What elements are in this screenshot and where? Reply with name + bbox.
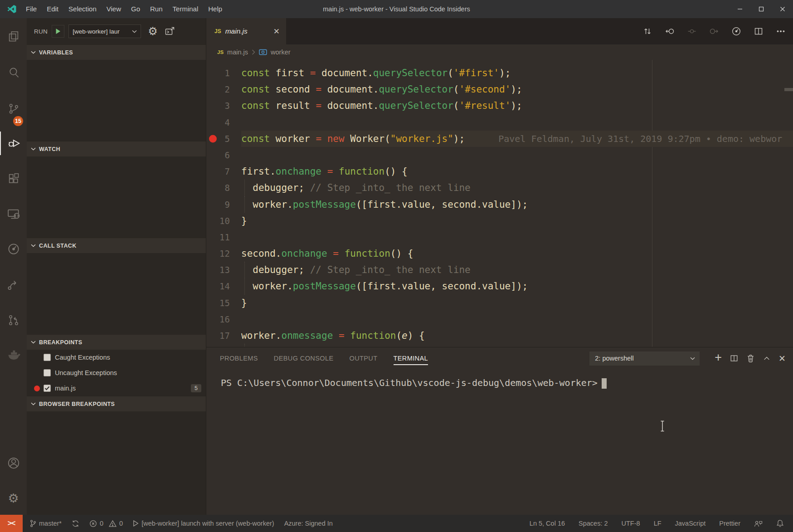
breakpoint-item[interactable]: Caught Exceptions	[27, 350, 206, 365]
terminal-select[interactable]: 2: powershell	[589, 351, 700, 366]
status-item-javascript[interactable]: JavaScript	[675, 520, 706, 527]
debug-settings-gear-icon[interactable]: ⚙	[148, 25, 158, 38]
menu-help[interactable]: Help	[203, 0, 227, 18]
section-call-stack[interactable]: CALL STACK	[27, 238, 206, 253]
debug-console-icon[interactable]	[165, 26, 175, 37]
line-gutter[interactable]: 9	[206, 196, 241, 213]
menu-selection[interactable]: Selection	[63, 0, 102, 18]
menu-edit[interactable]: Edit	[42, 0, 63, 18]
new-terminal-icon[interactable]: +	[715, 351, 722, 364]
menu-view[interactable]: View	[102, 0, 126, 18]
line-gutter[interactable]: 2	[206, 81, 241, 98]
test-timeline-icon[interactable]	[0, 237, 27, 261]
settings-gear-icon[interactable]: ⚙	[0, 487, 27, 510]
explorer-icon[interactable]	[0, 24, 27, 48]
bell-icon[interactable]	[776, 519, 784, 527]
panel-tab-output[interactable]: OUTPUT	[349, 347, 377, 369]
branch-status[interactable]: master*	[30, 520, 62, 527]
remote-indicator[interactable]: ><	[0, 515, 23, 532]
line-gutter[interactable]: 3	[206, 98, 241, 114]
line-gutter[interactable]: 1	[206, 65, 241, 81]
line-gutter[interactable]: 13	[206, 262, 241, 278]
launch-status[interactable]: [web-worker] launch with server (web-wor…	[133, 520, 274, 527]
line-content[interactable]: }	[241, 213, 793, 229]
feedback-icon[interactable]	[754, 520, 763, 527]
close-panel-icon[interactable]: ✕	[778, 353, 786, 364]
line-gutter[interactable]: 18	[206, 344, 241, 347]
line-gutter[interactable]: 12	[206, 245, 241, 262]
problems-status[interactable]: 0 0	[89, 520, 123, 527]
split-terminal-icon[interactable]	[730, 354, 739, 363]
launch-config-dropdown[interactable]: [web-worker] laur	[68, 24, 141, 38]
line-gutter[interactable]: 4	[206, 114, 241, 131]
menu-file[interactable]: File	[21, 0, 42, 18]
line-content[interactable]: const second = document.querySelector('#…	[241, 81, 793, 98]
breakpoint-item[interactable]: Uncaught Exceptions	[27, 365, 206, 381]
menu-terminal[interactable]: Terminal	[168, 0, 204, 18]
open-changes-icon[interactable]	[642, 26, 652, 36]
panel-tab-problems[interactable]: PROBLEMS	[220, 347, 258, 369]
line-content[interactable]: const worker = new Worker("worker.js");P…	[241, 131, 793, 147]
status-item-lf[interactable]: LF	[654, 520, 662, 527]
breakpoint-checkbox[interactable]	[44, 385, 51, 392]
profile-timer-icon[interactable]	[731, 26, 741, 36]
tab-main-js[interactable]: JS main.js ✕	[206, 18, 286, 44]
status-item-ln-5-col-16[interactable]: Ln 5, Col 16	[530, 520, 565, 527]
accounts-icon[interactable]	[0, 451, 27, 475]
code-editor[interactable]: 1const first = document.querySelector('#…	[206, 60, 793, 347]
close-tab-icon[interactable]: ✕	[273, 27, 280, 36]
remote-explorer-icon[interactable]	[0, 202, 27, 226]
line-gutter[interactable]: 6	[206, 147, 241, 163]
extensions-icon[interactable]	[0, 167, 27, 190]
more-actions-icon[interactable]	[776, 26, 786, 36]
azure-status[interactable]: Azure: Signed In	[284, 520, 333, 527]
minimize-button[interactable]	[729, 0, 750, 18]
start-debug-button[interactable]	[52, 25, 64, 38]
close-window-button[interactable]	[772, 0, 793, 18]
line-content[interactable]: const result = document.querySelector('#…	[241, 98, 793, 114]
line-gutter[interactable]: 16	[206, 311, 241, 327]
maximize-panel-icon[interactable]	[763, 354, 771, 362]
line-content[interactable]: worker.postMessage([first.value, second.…	[241, 278, 793, 294]
panel-tab-debug-console[interactable]: DEBUG CONSOLE	[274, 347, 334, 369]
sync-status[interactable]	[72, 520, 79, 527]
line-content[interactable]: first.onchange = function() {	[241, 163, 793, 180]
status-item-spaces-2[interactable]: Spaces: 2	[579, 520, 608, 527]
line-content[interactable]: result.textContent = e.data;	[241, 344, 793, 347]
line-content[interactable]: debugger; // Step _into_ the next line	[241, 180, 793, 196]
line-content[interactable]	[241, 114, 793, 131]
maximize-button[interactable]	[750, 0, 772, 18]
breakpoint-dot-icon[interactable]	[209, 135, 217, 142]
line-content[interactable]	[241, 311, 793, 327]
kill-terminal-icon[interactable]	[746, 354, 755, 363]
line-gutter[interactable]: 15	[206, 295, 241, 311]
line-content[interactable]	[241, 229, 793, 245]
line-gutter[interactable]: 14	[206, 278, 241, 294]
section-watch[interactable]: WATCH	[27, 141, 206, 156]
line-content[interactable]: worker.onmessage = function(e) {	[241, 327, 793, 344]
section-browser-breakpoints[interactable]: BROWSER BREAKPOINTS	[27, 396, 206, 411]
live-share-icon[interactable]	[0, 273, 27, 296]
line-gutter[interactable]: 8	[206, 180, 241, 196]
panel-tab-terminal[interactable]: TERMINAL	[394, 347, 428, 369]
line-content[interactable]: }	[241, 295, 793, 311]
breakpoint-item[interactable]: main.js5	[27, 381, 206, 396]
step-back-icon[interactable]	[665, 26, 675, 36]
line-gutter[interactable]: 5	[206, 131, 241, 147]
breakpoint-checkbox[interactable]	[44, 354, 51, 361]
section-breakpoints[interactable]: BREAKPOINTS	[27, 334, 206, 350]
pull-request-icon[interactable]	[0, 308, 27, 332]
source-control-icon[interactable]	[0, 97, 27, 121]
breadcrumb-symbol[interactable]: worker	[271, 49, 291, 56]
reverse-continue-icon[interactable]	[687, 26, 697, 36]
line-gutter[interactable]: 10	[206, 213, 241, 229]
line-content[interactable]	[241, 147, 793, 163]
line-gutter[interactable]: 17	[206, 327, 241, 344]
line-gutter[interactable]: 7	[206, 163, 241, 180]
step-forward-icon[interactable]	[709, 26, 719, 36]
line-gutter[interactable]: 11	[206, 229, 241, 245]
status-item-utf-8[interactable]: UTF-8	[622, 520, 640, 527]
terminal[interactable]: PS C:\Users\Connor\Documents\Github\vsco…	[206, 369, 793, 515]
status-item-prettier[interactable]: Prettier	[719, 520, 740, 527]
run-and-debug-icon[interactable]	[0, 132, 27, 155]
